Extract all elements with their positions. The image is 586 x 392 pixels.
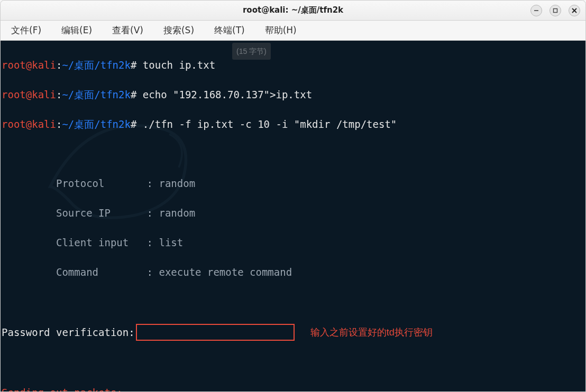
output-row-protocol: Protocol : random — [2, 176, 584, 191]
prompt-line-2: root@kali:~/桌面/tfn2k# echo "192.168.70.1… — [2, 87, 584, 102]
minimize-button[interactable] — [530, 5, 542, 16]
output-row-sourceip: Source IP : random — [2, 206, 584, 220]
prompt-hash: # — [131, 59, 136, 71]
prompt-line-1: root@kali:~/桌面/tfn2k# touch ip.txt — [2, 58, 584, 72]
maximize-button[interactable] — [550, 5, 561, 16]
window-title: root@kali: ~/桌面/tfn2k — [243, 5, 343, 15]
output-row-client: Client input : list — [2, 235, 584, 250]
terminal-content: root@kali:~/桌面/tfn2k# touch ip.txt root@… — [2, 43, 584, 391]
menu-file[interactable]: 文件(F) — [8, 22, 44, 39]
menu-search[interactable]: 搜索(S) — [160, 22, 197, 39]
menubar: 文件(F) 编辑(E) 查看(V) 搜索(S) 终端(T) 帮助(H) — [1, 21, 585, 41]
password-label: Password verification: — [2, 325, 135, 340]
command-2: echo "192.168.70.137">ip.txt — [143, 89, 312, 100]
close-icon — [572, 8, 577, 13]
menu-terminal[interactable]: 终端(T) — [211, 22, 248, 39]
prompt-user: root@kali — [2, 59, 56, 71]
prompt-line-3: root@kali:~/桌面/tfn2k# ./tfn -f ip.txt -c… — [2, 117, 584, 132]
minimize-icon — [534, 8, 539, 13]
window-controls — [530, 5, 580, 16]
prompt-path: ~/桌面/tfn2k — [62, 59, 131, 71]
password-verification-line: Password verification:输入之前设置好的td执行密钥 — [2, 324, 584, 341]
maximize-icon — [553, 8, 558, 13]
annotation-text: 输入之前设置好的td执行密钥 — [310, 325, 433, 340]
terminal-window: root@kali: ~/桌面/tfn2k 文件(F) 编辑(E) 查看(V) … — [0, 0, 586, 392]
command-3: ./tfn -f ip.txt -c 10 -i "mkdir /tmp/tes… — [143, 118, 397, 130]
sending-line: Sending out packets: . — [2, 385, 584, 391]
menu-help[interactable]: 帮助(H) — [262, 22, 300, 39]
password-input-highlight-box — [136, 324, 295, 341]
close-button[interactable] — [569, 5, 580, 16]
titlebar[interactable]: root@kali: ~/桌面/tfn2k — [1, 1, 585, 21]
command-1: touch ip.txt — [143, 59, 215, 71]
svg-rect-1 — [554, 8, 557, 12]
terminal-area[interactable]: (15 字节) root@kali:~/桌面/tfn2k# touch ip.t… — [1, 41, 585, 391]
output-row-command: Command : execute remote command — [2, 265, 584, 279]
menu-edit[interactable]: 编辑(E) — [58, 22, 95, 39]
menu-view[interactable]: 查看(V) — [109, 22, 146, 39]
